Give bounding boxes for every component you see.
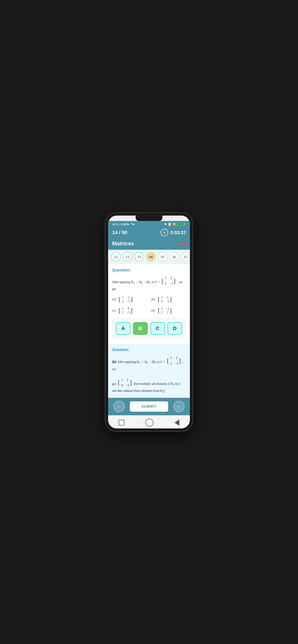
header: 14 / 50 ⏸ 0:03:37 (108, 226, 190, 238)
question-number-strip: 11 12 13 14 15 16 17 18 (108, 250, 190, 264)
phone-screen: 14:41 | 0.2KB/s ᴾ ▶ ··· ✱ ▐▌ 🛜 90 ⚡ 14 /… (108, 216, 190, 428)
question-counter: 14 / 50 (112, 230, 127, 236)
question-num-15[interactable]: 15 (158, 252, 167, 262)
answer-button-a[interactable]: A (116, 322, 130, 335)
home-button[interactable] (145, 418, 153, 427)
question-num-13[interactable]: 13 (134, 252, 144, 262)
back-button[interactable] (174, 420, 179, 426)
option-c: (c) [ 14 2−3 ] (112, 307, 147, 314)
title-bar: Matrices 🔖 (108, 238, 190, 250)
option-d-matrix: [ 2−1 12 ] (157, 307, 172, 314)
status-left: 14:41 | 0.2KB/s ᴾ ▶ ··· (112, 223, 137, 226)
bluetooth-icon: ✱ (164, 223, 166, 226)
prev-button[interactable]: ← (113, 401, 125, 412)
phone-frame: 14:41 | 0.2KB/s ᴾ ▶ ··· ✱ ▐▌ 🛜 90 ⚡ 14 /… (105, 213, 193, 431)
signal-icons: ᴾ ▶ ··· (131, 223, 137, 226)
answer-buttons: A B C D (116, 322, 182, 335)
timer-section: ⏸ 0:03:37 (161, 229, 186, 236)
left-bracket: [ (162, 278, 164, 284)
main-content: Question: After applying R2 → R2 − 2R1 t… (108, 264, 190, 344)
matrix-values: 12 2−1 (164, 276, 173, 286)
next-button[interactable]: → (173, 401, 185, 412)
option-c-label: (c) (112, 309, 116, 312)
solution-text: (b) After applying R2 → R2 − 2R1 to C = … (112, 355, 186, 394)
option-b-label: (b) (151, 298, 155, 301)
pause-icon: ⏸ (163, 231, 166, 234)
solution-section: Solution: (b) After applying R2 → R2 − 2… (108, 344, 190, 398)
option-b-matrix: [ 12 0−5 ] (157, 296, 172, 303)
options-grid: (a) [ 12 2−5 ] (b) [ (112, 296, 186, 314)
status-right: ✱ ▐▌ 🛜 90 ⚡ (164, 223, 186, 226)
solution-label: Solution: (112, 348, 186, 352)
question-num-16[interactable]: 16 (169, 252, 179, 262)
submit-button[interactable]: SUBMIT (130, 402, 168, 412)
option-a-label: (a) (112, 298, 116, 301)
notch (136, 216, 162, 221)
option-d: (d) [ 2−1 12 ] (151, 307, 186, 314)
question-num-17[interactable]: 17 (181, 252, 190, 262)
pause-button[interactable]: ⏸ (161, 229, 168, 236)
option-c-matrix: [ 14 2−3 ] (118, 307, 133, 314)
question-num-12[interactable]: 12 (123, 252, 132, 262)
recent-apps-button[interactable] (119, 420, 124, 426)
question-math: After applying R2 → R2 − 2R1 to C = [ 12… (112, 280, 183, 291)
question-num-11[interactable]: 11 (111, 252, 121, 262)
right-bracket: ] (173, 278, 175, 284)
bottom-navigation: ← SUBMIT → (108, 398, 190, 415)
network-info: 0.2KB/s (121, 223, 130, 226)
phone-system-nav (108, 415, 190, 428)
page-title: Matrices (112, 240, 134, 247)
answer-buttons-section: A B C D (112, 318, 186, 338)
answer-button-d[interactable]: D (168, 322, 182, 335)
next-icon: → (177, 404, 181, 409)
wifi-icon: 🛜 (173, 223, 176, 226)
battery-indicator: 90 (177, 223, 181, 226)
solution-matrix-c: [ 12 2−1 ] (166, 355, 181, 366)
status-bar: 14:41 | 0.2KB/s ᴾ ▶ ··· ✱ ▐▌ 🛜 90 ⚡ (108, 221, 190, 226)
prev-icon: ← (117, 404, 121, 409)
signal-bars-icon: ▐▌ (168, 223, 171, 226)
question-num-14[interactable]: 14 (146, 252, 155, 262)
charging-icon: ⚡ (183, 223, 186, 226)
option-b: (b) [ 12 0−5 ] (151, 296, 186, 303)
bookmark-icon[interactable]: 🔖 (180, 240, 186, 246)
option-a: (a) [ 12 2−5 ] (112, 296, 147, 303)
question-text: After applying R2 → R2 − 2R1 to C = [ 12… (112, 276, 186, 292)
answer-button-b[interactable]: B (133, 322, 148, 335)
solution-matrix-result: [ 12 0−5 ] (117, 377, 132, 388)
time-display: 14:41 (112, 223, 118, 226)
network-speed: | (119, 223, 120, 226)
option-a-matrix: [ 12 2−5 ] (118, 296, 133, 303)
question-label: Question: (112, 268, 186, 272)
option-d-label: (d) (151, 309, 155, 312)
answer-button-c[interactable]: C (150, 322, 165, 335)
question-matrix: [ 12 2−1 ] (161, 276, 176, 286)
timer-display: 0:03:37 (170, 230, 186, 235)
